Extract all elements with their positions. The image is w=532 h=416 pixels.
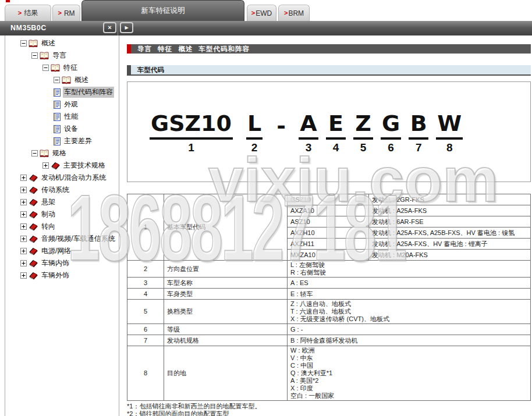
tree-item[interactable]: 悬架 — [5, 196, 119, 208]
code-segment: A3 — [299, 112, 318, 154]
tab-label: EWD — [256, 9, 272, 17]
cell-model-code: AXZH11 — [288, 239, 369, 250]
tab-ewd[interactable]: > EWD — [247, 5, 276, 21]
cell-engine-value: 发动机 : 6AR-FSE — [369, 216, 531, 227]
open-book-icon — [40, 150, 49, 158]
forward-button[interactable]: ▶ — [120, 22, 133, 33]
model-code-diagram: GSZ101L2-A3E4Z5G6B7W8 — [127, 81, 531, 182]
table-row: 6等级G : - — [127, 324, 531, 335]
tree-item[interactable]: 主要差异 — [5, 135, 119, 147]
tree-item-label: 外观 — [63, 99, 79, 110]
tree-item[interactable]: 特征 — [5, 62, 119, 74]
code-segment-number: 4 — [333, 141, 339, 154]
expand-toggle-icon[interactable] — [20, 236, 27, 242]
close-button[interactable]: × — [103, 22, 116, 33]
tab-arrow-icon: > — [251, 10, 255, 16]
closed-book-icon — [29, 186, 38, 194]
code-segment: W8 — [436, 112, 463, 154]
tab-new-car-features-active[interactable]: 新车特征说明 — [81, 0, 244, 21]
expand-toggle-icon[interactable] — [20, 223, 27, 230]
closed-book-icon — [29, 174, 38, 182]
tree-item[interactable]: 转向 — [5, 221, 119, 233]
collapse-toggle-icon[interactable] — [31, 52, 38, 59]
table-row: 5换档类型Z : 八速自动、地板式T : 六速自动、地板式X : 无级变速传动桥… — [127, 300, 531, 324]
collapse-toggle-icon[interactable] — [20, 40, 27, 47]
code-segment-text: G — [381, 112, 401, 140]
tree-item[interactable]: 概述 — [5, 37, 119, 49]
cell-model-code: ASZ10 — [288, 216, 369, 227]
breadcrumb-text[interactable]: 导言 特征 概述 车型代码和阵容 — [137, 44, 250, 54]
tree-item[interactable]: 性能 — [5, 111, 119, 123]
expand-toggle-icon[interactable] — [20, 211, 27, 218]
tree-item[interactable]: 电源/网络 — [5, 245, 119, 257]
document-code: NM35B0C — [10, 24, 47, 32]
tree-item[interactable]: 音频/视频/车载通信系统 — [5, 233, 119, 245]
collapse-toggle-icon[interactable] — [42, 65, 49, 71]
tree-item-label: 车辆外饰 — [40, 270, 70, 281]
tree-item[interactable]: 主要技术规格 — [5, 159, 119, 172]
tab-results[interactable]: > 结果 — [5, 5, 51, 21]
tree-item[interactable]: 概述 — [5, 74, 119, 86]
expand-toggle-icon[interactable] — [20, 199, 27, 205]
code-segment-text: L — [246, 112, 263, 140]
tab-arrow-icon: > — [58, 10, 61, 16]
document-page-icon — [54, 125, 61, 133]
breadcrumb: 导言 特征 概述 车型代码和阵容 — [127, 44, 531, 54]
cell-value: A : ES — [288, 278, 531, 289]
expand-toggle-icon[interactable] — [20, 187, 27, 193]
tree-item-label: 车辆内饰 — [40, 258, 70, 269]
tree-item[interactable]: 外观 — [5, 98, 119, 111]
cell-item-label: 发动机规格 — [164, 335, 288, 346]
expand-toggle-icon[interactable] — [20, 175, 27, 181]
tree-item[interactable]: 规格 — [5, 147, 119, 159]
tree-item[interactable]: 车辆内饰 — [5, 257, 119, 269]
table-row: 3车型名称A : ES — [127, 278, 531, 289]
cell-item-label: 车型名称 — [164, 278, 288, 289]
tree-item[interactable]: 传动系统 — [5, 184, 119, 196]
tree-item[interactable]: 制动 — [5, 208, 119, 221]
code-segment-text: GSZ10 — [150, 112, 233, 140]
cell-position-number: 6 — [127, 324, 164, 335]
collapse-toggle-icon[interactable] — [31, 150, 38, 157]
open-book-icon — [29, 40, 38, 48]
cell-value: W : 欧洲V : 中东C : 中国Q : 澳大利亚*1A : 美国*2X : … — [288, 346, 531, 401]
code-segment-number: 8 — [446, 141, 453, 154]
expand-toggle-icon[interactable] — [20, 248, 27, 254]
sidebar-tree-panel: 概述导言特征概述车型代码和阵容外观性能设备主要差异规格主要技术规格发动机/混合动… — [5, 35, 119, 416]
footnote: *1：包括销往南非和新西兰的目的地配置车型。 — [127, 403, 531, 410]
tree-item[interactable]: 设备 — [5, 123, 119, 135]
code-segment: - — [275, 115, 287, 154]
table-row: 1基本车型代码GSZ10发动机 : 2GR-FKS — [127, 194, 531, 205]
tree-item[interactable]: 发动机/混合动力系统 — [5, 172, 119, 184]
tree-item[interactable]: 车辆外饰 — [5, 269, 119, 282]
tree-item[interactable]: 导言 — [5, 49, 119, 62]
tab-label: 结果 — [24, 8, 38, 18]
open-book-icon — [40, 52, 49, 60]
manual-viewer-window: > 结果 > RM 新车特征说明 > EWD > BRM NM35B0C × ▶… — [0, 0, 532, 416]
code-segment-number: 2 — [251, 141, 258, 154]
tree-item-label: 性能 — [63, 111, 79, 122]
cell-position-number: 5 — [127, 300, 164, 324]
tree-item-label: 发动机/混合动力系统 — [40, 172, 107, 183]
tree-item-label: 概述 — [73, 74, 90, 86]
top-red-notch — [6, 0, 10, 2]
expand-toggle-icon[interactable] — [20, 260, 27, 266]
code-segment: L2 — [246, 112, 263, 154]
tree-item[interactable]: 车型代码和阵容 — [5, 86, 119, 98]
cell-value: Z : 八速自动、地板式T : 六速自动、地板式X : 无级变速传动桥 (CVT… — [288, 300, 531, 324]
cell-value: E : 轿车 — [288, 289, 531, 300]
code-segment-number: 5 — [360, 141, 367, 154]
closed-book-icon — [29, 247, 38, 255]
model-code-table-area: 1基本车型代码GSZ10发动机 : 2GR-FKSAXZA10发动机 : A25… — [127, 194, 531, 416]
footnote: *2：销往韩国的面向目的地配置车型 — [127, 410, 531, 416]
expand-toggle-icon[interactable] — [20, 272, 27, 279]
table-row: 2方向盘位置L : 左侧驾驶R : 右侧驾驶 — [127, 261, 531, 278]
collapse-toggle-icon[interactable] — [54, 77, 60, 83]
tab-brm[interactable]: > BRM — [278, 5, 310, 21]
cell-position-number: 2 — [127, 261, 164, 278]
tab-rm[interactable]: > RM — [52, 5, 80, 21]
closed-book-icon — [29, 235, 38, 243]
tab-label: RM — [64, 9, 75, 17]
expand-toggle-icon[interactable] — [42, 162, 49, 169]
spec-table-body: 1基本车型代码GSZ10发动机 : 2GR-FKSAXZA10发动机 : A25… — [127, 194, 531, 401]
